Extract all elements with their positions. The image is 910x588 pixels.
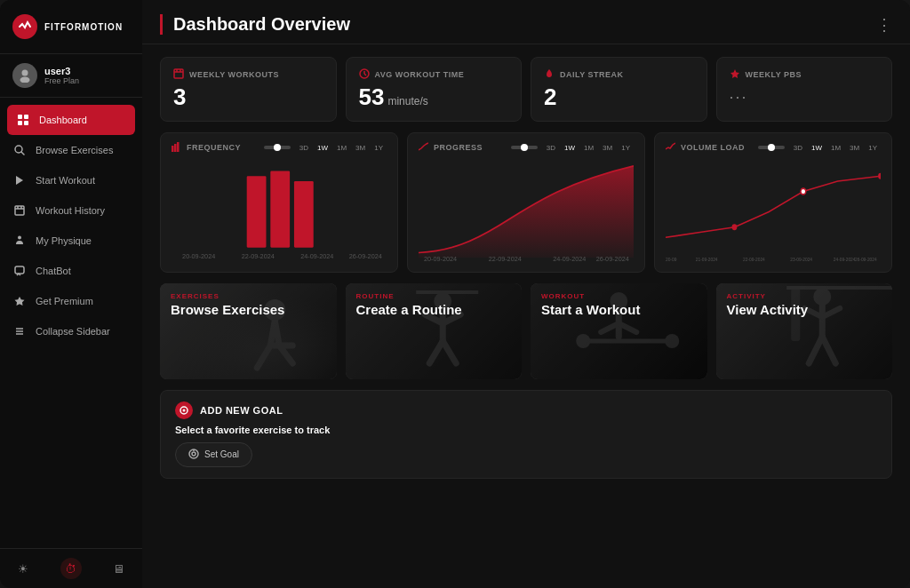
routine-category: ROUTINE — [356, 292, 512, 300]
sidebar-nav: Dashboard Browse Exercises Start Workout… — [0, 98, 142, 548]
sidebar-bottom: ☀ ⏱ 🖥 — [0, 548, 142, 588]
action-card-activity[interactable]: ACTIVITY View Activity — [716, 283, 893, 379]
filter-1w[interactable]: 1W — [561, 143, 579, 153]
svg-point-1 — [20, 77, 30, 83]
svg-text:22-09-2024: 22-09-2024 — [743, 256, 765, 261]
svg-text:24-09-2024: 24-09-2024 — [553, 255, 586, 262]
filter-3m[interactable]: 3M — [846, 143, 863, 153]
collapse-sidebar-icon — [12, 324, 27, 338]
set-goal-button[interactable]: Set Goal — [175, 442, 252, 467]
filter-3d[interactable]: 3D — [790, 143, 806, 153]
svg-point-74 — [183, 409, 186, 411]
progress-time-filters: 3D 1W 1M 3M 1Y — [511, 143, 634, 153]
svg-rect-30 — [247, 176, 267, 248]
sidebar-item-my-physique[interactable]: My Physique — [0, 226, 142, 256]
svg-text:22-09-2024: 22-09-2024 — [242, 253, 275, 260]
chart-progress: PROGRESS 3D 1W 1M 3M 1Y — [407, 132, 645, 273]
activity-category: ACTIVITY — [727, 292, 882, 300]
daily-streak-label: DAILY STREAK — [560, 70, 624, 79]
filter-1w[interactable]: 1W — [314, 143, 331, 153]
sidebar-item-label: Workout History — [36, 205, 105, 216]
filter-1y[interactable]: 1Y — [618, 143, 634, 153]
weekly-workouts-icon — [173, 68, 184, 81]
filter-3d[interactable]: 3D — [543, 143, 559, 153]
timer-icon[interactable]: ⏱ — [60, 558, 82, 579]
progress-chart-area: 20-09-2024 22-09-2024 24-09-2024 26-09-2… — [419, 161, 634, 263]
svg-rect-28 — [174, 144, 177, 152]
activity-card-content: ACTIVITY View Activity — [716, 283, 893, 379]
frequency-chart-icon — [172, 142, 181, 154]
daily-streak-icon — [544, 68, 555, 81]
volume-load-chart-svg: 20-09 21-09-2024 22-09-2024 23-09-2024 2… — [666, 161, 881, 263]
filter-1w[interactable]: 1W — [808, 143, 826, 153]
svg-point-76 — [192, 452, 196, 456]
sidebar-item-workout-history[interactable]: Workout History — [0, 195, 142, 226]
sidebar-item-chatbot[interactable]: ChatBot — [0, 256, 142, 286]
goal-title: ADD NEW GOAL — [200, 405, 283, 416]
routine-title: Create a Routine — [356, 302, 512, 317]
filter-3m[interactable]: 3M — [352, 143, 369, 153]
chart-volume-load: VOLUME LOAD 3D 1W 1M 3M 1Y — [654, 132, 892, 273]
svg-rect-27 — [172, 146, 174, 152]
goal-icon — [175, 401, 193, 419]
svg-marker-26 — [730, 69, 739, 78]
action-card-routine[interactable]: ROUTINE Create a Routine — [346, 283, 523, 379]
dashboard-icon — [16, 113, 30, 127]
stat-card-daily-streak: DAILY STREAK 2 — [531, 57, 707, 122]
sidebar-item-label: Dashboard — [39, 115, 87, 125]
action-card-workout[interactable]: WORKOUT Start a Workout — [531, 283, 707, 379]
main-header: Dashboard Overview ⋮ — [142, 0, 910, 44]
frequency-slider[interactable] — [264, 146, 291, 149]
svg-rect-2 — [18, 115, 22, 119]
sidebar-item-label: Get Premium — [36, 296, 93, 306]
filter-3d[interactable]: 3D — [296, 143, 312, 153]
frequency-time-filters: 3D 1W 1M 3M 1Y — [264, 143, 387, 153]
sidebar: FITFORMOTION user3 Free Plan Dashboard — [0, 0, 142, 588]
sun-icon[interactable]: ☀ — [13, 559, 33, 578]
monitor-icon[interactable]: 🖥 — [109, 559, 129, 578]
filter-3m[interactable]: 3M — [599, 143, 616, 153]
sidebar-item-label: Collapse Sidebar — [36, 326, 110, 337]
sidebar-item-browse-exercises[interactable]: Browse Exercises — [0, 135, 142, 165]
svg-text:24-09-2024: 24-09-2024 — [834, 256, 856, 261]
weekly-pbs-value: ... — [730, 84, 880, 103]
svg-point-41 — [732, 224, 738, 230]
sidebar-user[interactable]: user3 Free Plan — [0, 54, 142, 98]
filter-1m[interactable]: 1M — [580, 143, 597, 153]
svg-rect-5 — [24, 121, 28, 125]
charts-row: FREQUENCY 3D 1W 1M 3M 1Y — [160, 132, 892, 273]
sidebar-item-start-workout[interactable]: Start Workout — [0, 165, 142, 195]
filter-1m[interactable]: 1M — [827, 143, 844, 153]
stat-card-avg-workout-time: AVG WORKOUT TIME 53minute/s — [346, 57, 523, 122]
progress-slider[interactable] — [511, 146, 538, 149]
workout-history-icon — [12, 203, 27, 218]
start-workout-icon — [12, 173, 27, 187]
progress-chart-title: PROGRESS — [434, 143, 483, 152]
sidebar-item-dashboard[interactable]: Dashboard — [7, 105, 135, 135]
avatar — [12, 63, 37, 88]
header-more-button[interactable]: ⋮ — [876, 15, 892, 35]
user-info: user3 Free Plan — [44, 66, 79, 85]
avg-time-label: AVG WORKOUT TIME — [375, 70, 465, 79]
exercises-category: EXERCISES — [171, 292, 326, 300]
filter-1y[interactable]: 1Y — [865, 143, 881, 153]
volume-load-slider[interactable] — [758, 146, 785, 149]
progress-chart-svg: 20-09-2024 22-09-2024 24-09-2024 26-09-2… — [419, 161, 634, 263]
action-card-exercises[interactable]: EXERCISES Browse Exercises — [160, 283, 337, 379]
svg-text:23-09-2024: 23-09-2024 — [790, 256, 812, 261]
volume-load-chart-title: VOLUME LOAD — [681, 143, 745, 152]
sidebar-item-collapse-sidebar[interactable]: Collapse Sidebar — [0, 316, 142, 346]
sidebar-item-get-premium[interactable]: Get Premium — [0, 286, 142, 316]
filter-1m[interactable]: 1M — [333, 143, 350, 153]
svg-point-13 — [18, 236, 21, 240]
svg-point-42 — [801, 188, 806, 195]
frequency-chart-title: FREQUENCY — [187, 143, 241, 152]
page-title: Dashboard Overview — [160, 14, 350, 35]
svg-text:22-09-2024: 22-09-2024 — [489, 255, 522, 262]
goal-description: Select a favorite exercise to track — [175, 425, 877, 435]
daily-streak-value: 2 — [544, 84, 694, 110]
filter-1y[interactable]: 1Y — [371, 143, 387, 153]
chart-frequency: FREQUENCY 3D 1W 1M 3M 1Y — [160, 132, 398, 273]
weekly-pbs-label: WEEKLY PBS — [746, 70, 802, 79]
weekly-workouts-value: 3 — [173, 84, 323, 110]
